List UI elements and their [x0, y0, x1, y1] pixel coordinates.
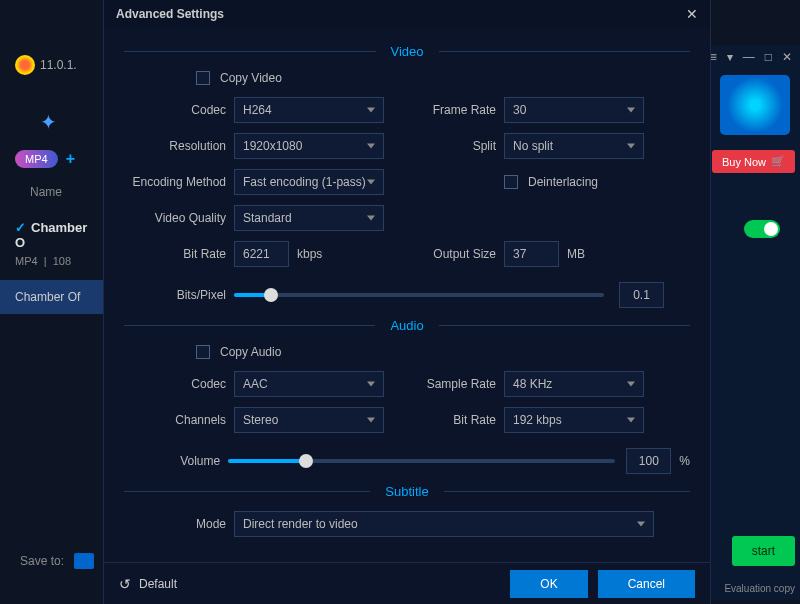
video-quality-label: Video Quality	[124, 211, 234, 225]
copy-video-checkbox[interactable]	[196, 71, 210, 85]
deinterlacing-label: Deinterlacing	[528, 175, 598, 189]
plus-icon[interactable]: +	[66, 150, 75, 168]
app-version: 11.0.1.	[40, 58, 77, 72]
cart-icon: 🛒	[771, 155, 785, 168]
star-icon: ✦	[40, 110, 57, 134]
audio-bitrate-select[interactable]: 192 kbps	[504, 407, 644, 433]
app-logo: 11.0.1.	[15, 55, 77, 75]
slider-thumb[interactable]	[264, 288, 278, 302]
ok-button[interactable]: OK	[510, 570, 587, 598]
modal-title: Advanced Settings	[116, 7, 224, 21]
folder-icon[interactable]	[74, 553, 94, 569]
bits-pixel-input[interactable]	[619, 282, 664, 308]
encoding-method-label: Encoding Method	[124, 175, 234, 189]
volume-label: Volume	[124, 454, 228, 468]
copy-audio-checkbox[interactable]	[196, 345, 210, 359]
resolution-label: Resolution	[124, 139, 234, 153]
default-button[interactable]: ↺ Default	[119, 576, 177, 592]
format-selector[interactable]: MP4 +	[15, 150, 75, 168]
copy-audio-label: Copy Audio	[220, 345, 281, 359]
advanced-settings-modal: Advanced Settings ✕ Video Copy Video Cod…	[103, 0, 711, 604]
audio-codec-label: Codec	[124, 377, 234, 391]
bits-pixel-slider[interactable]	[234, 293, 604, 297]
audio-section-title: Audio	[124, 318, 690, 333]
bits-pixel-label: Bits/Pixel	[124, 288, 234, 302]
subtitle-mode-label: Mode	[124, 517, 234, 531]
output-size-input[interactable]	[504, 241, 559, 267]
deinterlacing-checkbox[interactable]	[504, 175, 518, 189]
mb-unit: MB	[567, 247, 585, 261]
selected-file[interactable]: Chamber Of	[0, 280, 103, 314]
frame-rate-select[interactable]: 30	[504, 97, 644, 123]
output-size-label: Output Size	[414, 247, 504, 261]
encoding-method-select[interactable]: Fast encoding (1-pass)	[234, 169, 384, 195]
sample-rate-select[interactable]: 48 KHz	[504, 371, 644, 397]
video-bitrate-label: Bit Rate	[124, 247, 234, 261]
percent-unit: %	[679, 454, 690, 468]
resolution-select[interactable]: 1920x1080	[234, 133, 384, 159]
audio-bitrate-label: Bit Rate	[414, 413, 504, 427]
cancel-button[interactable]: Cancel	[598, 570, 695, 598]
file-item[interactable]: ✓Chamber O MP4 | 108	[0, 210, 100, 277]
sample-rate-label: Sample Rate	[414, 377, 504, 391]
name-column-header: Name	[30, 185, 62, 199]
volume-slider[interactable]	[228, 459, 615, 463]
video-codec-select[interactable]: H264	[234, 97, 384, 123]
subtitle-section-title: Subtitle	[124, 484, 690, 499]
window-controls[interactable]: ≡▾—□✕	[710, 50, 792, 64]
channels-select[interactable]: Stereo	[234, 407, 384, 433]
volume-input[interactable]	[626, 448, 671, 474]
reset-icon: ↺	[119, 576, 131, 592]
modal-header: Advanced Settings ✕	[104, 0, 710, 28]
split-label: Split	[414, 139, 504, 153]
mp4-badge: MP4	[15, 150, 58, 168]
check-icon: ✓	[15, 220, 26, 235]
frame-rate-label: Frame Rate	[414, 103, 504, 117]
audio-codec-select[interactable]: AAC	[234, 371, 384, 397]
save-to-row: Save to:	[20, 553, 94, 569]
start-button[interactable]: start	[732, 536, 795, 566]
video-section-title: Video	[124, 44, 690, 59]
dvdfab-icon	[15, 55, 35, 75]
evaluation-text: Evaluation copy	[724, 583, 795, 594]
close-icon[interactable]: ✕	[686, 6, 698, 22]
subtitle-mode-select[interactable]: Direct render to video	[234, 511, 654, 537]
promo-graphic	[720, 75, 790, 135]
slider-thumb[interactable]	[299, 454, 313, 468]
kbps-unit: kbps	[297, 247, 322, 261]
modal-body: Video Copy Video Codec H264 Frame Rate 3…	[104, 28, 710, 562]
buy-now-button[interactable]: Buy Now🛒	[712, 150, 795, 173]
save-to-label: Save to:	[20, 554, 64, 568]
video-codec-label: Codec	[124, 103, 234, 117]
split-select[interactable]: No split	[504, 133, 644, 159]
enable-toggle[interactable]	[744, 220, 780, 238]
copy-video-label: Copy Video	[220, 71, 282, 85]
modal-footer: ↺ Default OK Cancel	[104, 562, 710, 604]
channels-label: Channels	[124, 413, 234, 427]
video-bitrate-input[interactable]	[234, 241, 289, 267]
video-quality-select[interactable]: Standard	[234, 205, 384, 231]
